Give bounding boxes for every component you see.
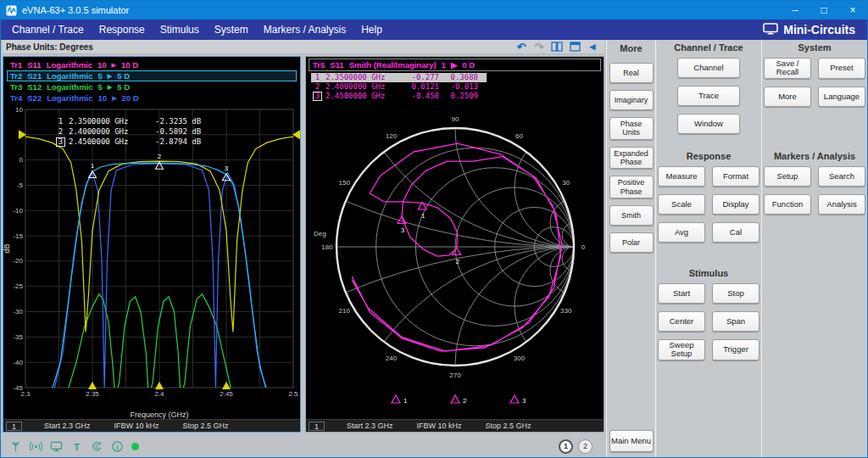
trace-ref: 10 D [121,60,138,70]
maximize-button[interactable]: □ [810,1,838,20]
stop-button[interactable]: Stop [712,283,760,304]
smith-trace-header[interactable]: Tr5S11Smith (Real/Imaginary)1▶0 D [309,59,601,71]
menu-item-markers-analysis[interactable]: Markers / Analysis [256,21,353,38]
menu-item-help[interactable]: Help [353,21,390,38]
trace-format: Smith (Real/Imaginary) [349,60,437,70]
svg-text:-40: -40 [13,359,23,366]
trace-id: Tr5 [313,60,325,70]
section-buttons: ChannelTraceWindow [656,58,761,134]
trace-ref-arrow-icon: ▶ [108,73,112,80]
svg-text:2.45: 2.45 [220,390,233,398]
display-button[interactable]: Display [712,194,760,215]
more-button[interactable]: More [764,87,811,107]
smith-button[interactable]: Smith [609,205,654,226]
smith-marker-row: 32.4500000 GHz-0.4500.2509 [311,92,487,101]
marker-number: 1 [56,116,65,126]
menu-item-stimulus[interactable]: Stimulus [153,21,207,38]
svg-text:dB: dB [3,243,11,253]
marker-number: 3 [56,137,65,147]
channel-indicator: 1 [309,422,325,431]
section-channel-trace: Channel / TraceChannelTraceWindow [656,40,761,148]
menu-item-response[interactable]: Response [92,21,153,38]
span-button[interactable]: Span [712,311,760,332]
section-title: Response [656,151,761,163]
redo-icon[interactable]: ↷ [532,41,546,53]
polar-button[interactable]: Polar [609,232,654,253]
trace-scale: 1 [442,60,446,70]
trace-row-tr4[interactable]: Tr4S22Logarithmic10▶20 D [7,92,297,103]
section-markers-analysis: Markers / AnalysisSetupSearchFunctionAna… [762,148,867,265]
smith-chart[interactable]: 0306090120150180210240270300330Deg123123 [307,101,604,406]
language-button[interactable]: Language [818,87,865,107]
format-button[interactable]: Format [712,166,760,187]
more-menu-title: More [620,43,642,56]
temperature-icon: T [70,440,83,453]
svg-text:120: 120 [385,132,397,140]
smith-marker-readout: 12.3500000 GHz-0.2770.368822.4000000 GHz… [311,73,604,101]
trace-id: Tr3 [10,82,22,92]
analysis-button[interactable]: Analysis [818,194,865,215]
trace-button[interactable]: Trace [677,86,740,106]
workspace: Phase Units: Degrees ↶↷◀ Tr1S11Logarithm… [1,40,867,457]
page-2-button[interactable]: 2 [578,439,593,454]
control-panel: Channel / TraceChannelTraceWindowRespons… [655,40,867,457]
trace-format: Logarithmic [47,60,92,70]
setup-button[interactable]: Setup [764,166,811,187]
page-1-button[interactable]: 1 [559,439,573,454]
center-button[interactable]: Center [658,311,705,332]
menu-item-system[interactable]: System [207,21,256,38]
undo-icon[interactable]: ↶ [515,41,528,53]
cal-button[interactable]: Cal [712,222,760,243]
save-recall-button[interactable]: Save / Recall [764,58,811,79]
tile-windows-icon[interactable] [550,41,564,53]
magnitude-chart[interactable]: 1050-5-10-15-20-25-30-35-40-452.32.352.4… [3,104,300,422]
preset-button[interactable]: Preset [818,58,865,79]
app-window: eVNA-63+ 3.0.5 simulator – □ × Channel /… [0,0,868,458]
trace-param: S21 [27,71,42,81]
expanded-phase-button[interactable]: Expanded Phase [609,147,654,170]
trace-ref-arrow-icon: ▶ [112,95,116,102]
title-bar: eVNA-63+ 3.0.5 simulator – □ × [1,1,867,20]
imaginary-button[interactable]: Imaginary [609,90,654,110]
menu-bar: Channel / TraceResponseStimulusSystemMar… [1,20,867,40]
trace-row-tr1[interactable]: Tr1S11Logarithmic10▶10 D [7,59,297,70]
trace-id: Tr4 [10,93,22,103]
smith-marker-row: 12.3500000 GHz-0.2770.3688 [311,73,487,82]
close-button[interactable]: × [838,1,867,20]
function-button[interactable]: Function [764,194,811,215]
trace-row-tr3[interactable]: Tr3S12Logarithmic5▶5 D [7,81,297,92]
scale-button[interactable]: Scale [658,194,705,215]
svg-text:3: 3 [522,397,526,405]
svg-text:i: i [116,442,119,450]
trigger-button[interactable]: Trigger [712,339,760,360]
start-frequency-label: Start 2.3 GHz [44,422,91,430]
main-menu-button[interactable]: Main Menu [609,430,654,452]
channel-button[interactable]: Channel [677,58,740,78]
collapse-left-icon[interactable]: ◀ [586,41,599,53]
svg-text:60: 60 [515,132,523,140]
positive-phase-button[interactable]: Positive Phase [609,176,654,198]
svg-text:1: 1 [420,212,425,220]
window-button[interactable]: Window [677,114,740,134]
antenna-icon [9,440,22,453]
real-button[interactable]: Real [609,63,654,83]
marker-imaginary: -0.013 [439,82,478,92]
stop-frequency-label: Stop 2.5 GHz [183,422,229,430]
avg-button[interactable]: Avg [658,222,705,243]
trace-param: S22 [27,93,42,103]
search-button[interactable]: Search [818,166,865,187]
trace-row-tr2[interactable]: Tr2S21Logarithmic5▶5 D [7,70,297,81]
start-button[interactable]: Start [658,283,705,304]
svg-text:180: 180 [321,243,333,251]
marker-value: -2.3235 dB [155,116,201,126]
sweep-setup-button[interactable]: Sweep Setup [658,339,705,360]
minimize-button[interactable]: – [781,1,810,20]
phase-units-button[interactable]: Phase Units [609,117,654,140]
measure-button[interactable]: Measure [658,166,705,187]
marker-frequency: 2.4000000 GHz [326,82,403,92]
menu-item-channel-trace[interactable]: Channel / Trace [4,21,92,38]
monitor-icon [50,440,63,453]
expand-icon[interactable] [568,41,581,53]
svg-text:3: 3 [225,165,229,172]
stop-frequency-label: Stop 2.5 GHz [486,422,531,430]
